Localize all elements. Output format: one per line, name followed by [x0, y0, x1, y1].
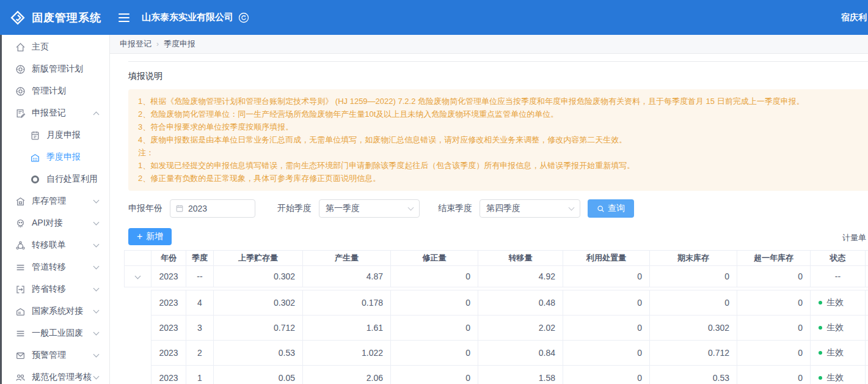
column-header-extra [866, 251, 868, 266]
quarterly-table: 2023 4 0.302 0.178 0 0.48 0 0 0 生效 [151, 290, 868, 384]
sidebar-item-inventory[interactable]: 库存管理 [0, 190, 109, 212]
status-badge: 生效 [811, 316, 866, 341]
sidebar-item-national-system[interactable]: 国家系统对接 [0, 300, 109, 322]
chevron-down-icon [93, 242, 100, 248]
menu-toggle-icon[interactable] [119, 11, 129, 24]
expand-column-header [125, 251, 151, 266]
summary-row: 2023 -- 0.302 4.87 0 4.92 0 0 0 -- [125, 266, 868, 287]
app-header: 固废管理系统 山东泰东实业有限公司 宿庆利 [0, 0, 868, 35]
sidebar-item-api[interactable]: API对接 [0, 212, 109, 234]
status-badge: 生效 [811, 366, 866, 384]
column-header-correction: 修正量 [391, 251, 478, 266]
quarterly-rows-container: 2023 4 0.302 0.178 0 0.48 0 0 0 生效 [151, 290, 868, 384]
breadcrumb-item-quarterly-report[interactable]: 季度申报 [164, 39, 195, 50]
sidebar-item-quarterly-report[interactable]: 季度申报 [0, 146, 109, 168]
sidebar: 主页 新版管理计划 管理计划 申报登记 月度申报 [0, 35, 110, 384]
chevron-down-icon [93, 308, 100, 314]
column-header-year: 年份 [151, 251, 186, 266]
table-row: 2023 1 0.05 2.06 0 1.58 0 0.53 0 生效 [151, 366, 868, 384]
year-label: 申报年份 [128, 203, 162, 214]
filter-row: 申报年份 开始季度 第一季度 结束季度 第四季度 [128, 199, 868, 218]
status-dot-icon [819, 326, 822, 330]
end-quarter-select[interactable]: 第四季度 [480, 199, 580, 218]
column-header-generated: 产生量 [303, 251, 391, 266]
search-button[interactable]: 查询 [588, 199, 634, 218]
table-toolbar: + 新增 计量单 [128, 228, 868, 245]
notice-box: 1、根据《危险废物管理计划和管理台账制定技术导则》 (HJ 1259—2022)… [128, 89, 868, 191]
sidebar-item-plan[interactable]: 管理计划 [0, 80, 109, 102]
user-name[interactable]: 宿庆利 [841, 12, 867, 23]
sidebar-item-cross-province[interactable]: 跨省转移 [0, 278, 109, 300]
refresh-icon[interactable] [238, 12, 249, 23]
add-button[interactable]: + 新增 [128, 228, 172, 245]
sidebar-item-home[interactable]: 主页 [0, 36, 109, 58]
column-header-disposed: 利用处置量 [563, 251, 650, 266]
summary-table: 年份 季度 上季贮存量 产生量 修正量 转移量 利用处置量 期末库存 超一年库存… [124, 250, 868, 287]
notice-line: 1、根据《危险废物管理计划和管理台账制定技术导则》 (HJ 1259—2022)… [138, 95, 868, 108]
chevron-down-icon [93, 220, 100, 226]
status-badge: 生效 [811, 341, 866, 366]
company-name: 山东泰东实业有限公司 [142, 12, 233, 23]
self-disposal-icon [30, 174, 40, 185]
start-quarter-label: 开始季度 [277, 203, 312, 214]
app-logo-area: 固废管理系统 [0, 10, 110, 26]
year-input-wrapper [170, 199, 255, 218]
column-header-over-one-year: 超一年库存 [737, 251, 811, 266]
year-input[interactable] [188, 204, 250, 213]
monthly-report-icon [30, 130, 40, 141]
app-title: 固废管理系统 [32, 10, 101, 25]
sidebar-item-report-registration[interactable]: 申报登记 [0, 102, 109, 124]
column-header-quarter: 季度 [186, 251, 214, 266]
inventory-icon [15, 196, 26, 207]
warning-management-icon [15, 350, 26, 361]
home-icon [15, 42, 26, 53]
calendar-icon [175, 204, 184, 213]
start-quarter-select[interactable]: 第一季度 [319, 199, 420, 218]
pipeline-transfer-icon [15, 262, 26, 273]
breadcrumb: 申报登记 › 季度申报 [110, 35, 868, 54]
assessment-icon [15, 372, 26, 383]
expand-row-toggle[interactable] [125, 266, 151, 287]
chevron-down-icon [93, 352, 100, 358]
chevron-down-icon [93, 286, 100, 292]
notice-line: 3、符合申报要求的单位按季度按顺序填报。 [138, 120, 868, 133]
status-badge: 生效 [811, 290, 866, 316]
chevron-down-icon [93, 330, 100, 336]
end-quarter-label: 结束季度 [438, 203, 472, 214]
table-row: 2023 3 0.712 1.61 0 2.02 0 0.302 0 生效 [151, 316, 868, 341]
chevron-up-icon [93, 112, 100, 118]
chevron-down-icon [408, 205, 414, 211]
transfer-manifest-icon [15, 240, 26, 251]
sidebar-item-industrial-waste[interactable]: 一般工业固废 [0, 322, 109, 344]
notice-line: 4、废物申报数据是由本单位日常业务汇总而成，无需单位填写，如废物汇总信息错误，请… [138, 133, 868, 146]
status-dot-icon [819, 301, 822, 305]
chevron-down-icon [93, 374, 100, 380]
national-system-icon [15, 306, 26, 317]
api-icon [15, 218, 26, 229]
table-header-row: 年份 季度 上季贮存量 产生量 修正量 转移量 利用处置量 期末库存 超一年库存… [125, 251, 868, 266]
unit-label: 计量单 [842, 232, 866, 243]
breadcrumb-item-report-registration[interactable]: 申报登记 [120, 39, 151, 50]
plan-new-icon [15, 64, 26, 75]
status-dot-icon [819, 376, 822, 380]
sidebar-item-pipeline-transfer[interactable]: 管道转移 [0, 256, 109, 278]
plus-icon: + [137, 232, 142, 242]
sidebar-item-new-plan[interactable]: 新版管理计划 [0, 58, 109, 80]
quarterly-report-icon [30, 152, 40, 163]
notice-line: 注： [138, 146, 868, 159]
content-divider [128, 61, 868, 62]
column-header-transferred: 转移量 [478, 251, 563, 266]
page-title: 填报说明 [128, 71, 868, 82]
sidebar-item-transfer-manifest[interactable]: 转移联单 [0, 234, 109, 256]
chevron-down-icon [569, 205, 575, 211]
sidebar-item-warning-management[interactable]: 预警管理 [0, 344, 109, 366]
column-header-status: 状态 [811, 251, 866, 266]
notice-line: 1、如发现已经提交的申报信息填写错误，需向生态环境部门申请删除该季度起往后（包含… [138, 159, 868, 172]
table-row: 2023 4 0.302 0.178 0 0.48 0 0 0 生效 [151, 290, 868, 316]
table-row: 2023 2 0.53 1.022 0 0.84 0 0.712 0 生效 [151, 341, 868, 366]
notice-line: 2、危险废物简化管理单位：同一生产经营场所危险废物年产生量10t及以上且未纳入危… [138, 108, 868, 120]
breadcrumb-separator: › [156, 40, 159, 48]
sidebar-item-monthly-report[interactable]: 月度申报 [0, 124, 109, 146]
sidebar-item-assessment[interactable]: 规范化管理考核 [0, 366, 109, 384]
sidebar-item-self-disposal[interactable]: 自行处置利用 [0, 168, 109, 190]
